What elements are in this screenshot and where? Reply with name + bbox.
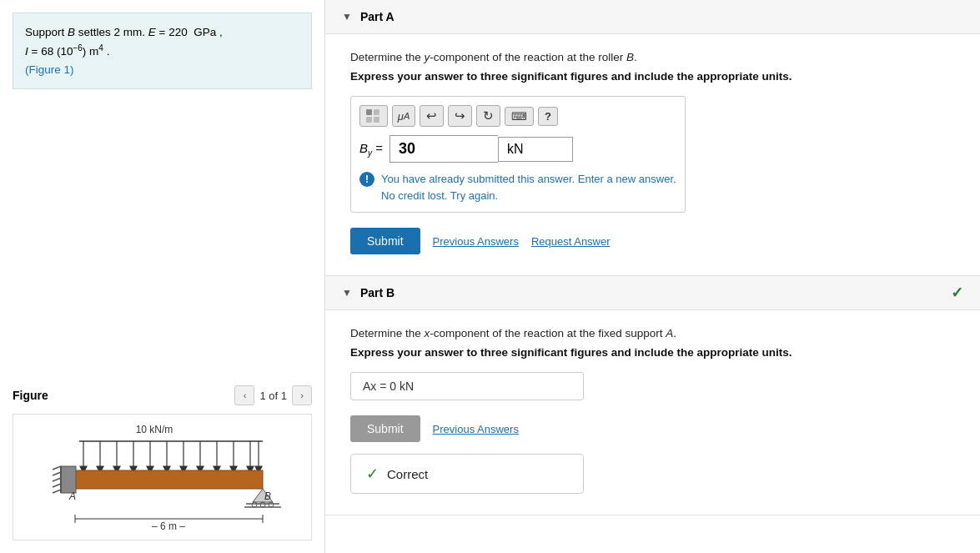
load-label: 10 kN/m (135, 424, 173, 435)
svg-line-28 (53, 478, 61, 481)
part-a-header[interactable]: ▼ Part A (325, 0, 980, 34)
svg-point-34 (269, 502, 274, 507)
problem-line2: I = 68 (10−6) m4 . (25, 45, 109, 58)
point-a-label: A (68, 490, 76, 502)
figure-nav: ‹ 1 of 1 › (234, 385, 312, 405)
by-input[interactable] (389, 135, 498, 163)
figure-title: Figure (13, 389, 48, 402)
keyboard-button[interactable]: ⌨ (505, 107, 534, 126)
math-toolbar: μA ↩ ↪ ↻ ⌨ ? (359, 105, 676, 127)
part-a-actions: Submit Previous Answers Request Answer (350, 228, 955, 254)
svg-line-30 (53, 490, 61, 493)
part-b-instruction: Express your answer to three significant… (350, 346, 955, 359)
mu-button[interactable]: μA (392, 105, 415, 127)
refresh-button[interactable]: ↻ (476, 105, 500, 127)
svg-point-32 (252, 502, 257, 507)
figure-area: Figure ‹ 1 of 1 › 10 kN/m (0, 102, 324, 553)
alert-text: You have already submitted this answer. … (381, 171, 676, 204)
part-a-previous-answers-button[interactable]: Previous Answers (433, 235, 519, 248)
correct-badge: ✓ Correct (350, 454, 584, 494)
part-b-actions: Submit Previous Answers (350, 415, 955, 442)
figure-section: Figure ‹ 1 of 1 › 10 kN/m (0, 377, 324, 553)
svg-line-29 (53, 484, 61, 487)
dimension-label: – 6 m – (151, 520, 184, 531)
alert-sub: No credit lost. Try again. (381, 189, 498, 202)
beam-body (75, 470, 263, 489)
fixed-support-a (61, 466, 76, 493)
undo-button[interactable]: ↩ (420, 105, 444, 127)
svg-line-27 (53, 472, 61, 475)
figure-link[interactable]: (Figure 1) (25, 63, 74, 76)
ax-input[interactable] (350, 372, 584, 400)
part-b-header[interactable]: ▼ Part B ✓ (325, 276, 980, 310)
math-input-area: μA ↩ ↪ ↻ ⌨ ? By = ! You have alread (350, 96, 686, 213)
help-button[interactable]: ? (538, 107, 558, 126)
alert-main: You have already submitted this answer. … (381, 173, 676, 185)
part-a-title: Part A (360, 10, 395, 23)
problem-line1: Support B settles 2 mm. E = 220 GPa , (25, 26, 223, 38)
distributed-load (79, 441, 263, 473)
left-panel: Support B settles 2 mm. E = 220 GPa , I … (0, 0, 325, 553)
part-b-previous-answers-button[interactable]: Previous Answers (433, 423, 519, 435)
part-a-submit-button[interactable]: Submit (350, 228, 420, 254)
problem-info: Support B settles 2 mm. E = 220 GPa , I … (13, 13, 312, 89)
next-figure-button[interactable]: › (292, 385, 312, 405)
svg-point-33 (260, 502, 265, 507)
figure-diagram: 10 kN/m (13, 414, 312, 540)
part-b-section: ▼ Part B ✓ Determine the x-component of … (325, 276, 980, 515)
correct-label: Correct (387, 467, 428, 481)
svg-rect-42 (374, 117, 379, 123)
matrix-icon (365, 108, 382, 123)
part-a-content: Determine the y-component of the reactio… (325, 34, 980, 275)
correct-checkmark-icon: ✓ (366, 465, 379, 483)
part-b-content: Determine the x-component of the reactio… (325, 310, 980, 515)
svg-rect-39 (366, 109, 372, 115)
svg-line-26 (53, 466, 61, 470)
part-b-chevron: ▼ (342, 287, 352, 299)
svg-rect-40 (374, 109, 379, 115)
part-a-section: ▼ Part A Determine the y-component of th… (325, 0, 980, 276)
part-a-instruction: Express your answer to three significant… (350, 70, 955, 83)
figure-header: Figure ‹ 1 of 1 › (13, 385, 312, 405)
point-b-label: B (264, 490, 271, 502)
alert-info: ! You have already submitted this answer… (359, 171, 676, 204)
part-a-question: Determine the y-component of the reactio… (350, 51, 955, 63)
right-panel: ▼ Part A Determine the y-component of th… (325, 0, 980, 553)
beam-svg: 10 kN/m (29, 423, 296, 531)
math-input-row: By = (359, 135, 676, 163)
part-a-chevron: ▼ (342, 11, 352, 23)
part-b-title: Part B (360, 286, 395, 299)
part-b-question: Determine the x-component of the reactio… (350, 327, 955, 339)
redo-button[interactable]: ↪ (448, 105, 472, 127)
prev-figure-button[interactable]: ‹ (234, 385, 254, 405)
alert-icon: ! (359, 172, 374, 187)
part-a-request-answer-button[interactable]: Request Answer (531, 235, 611, 248)
part-b-submit-button[interactable]: Submit (350, 415, 420, 442)
figure-nav-count: 1 of 1 (259, 390, 287, 402)
svg-rect-41 (366, 117, 372, 123)
part-b-checkmark: ✓ (951, 284, 963, 302)
units-input[interactable] (498, 137, 573, 162)
matrix-button[interactable] (359, 105, 388, 127)
input-label: By = (359, 141, 383, 158)
